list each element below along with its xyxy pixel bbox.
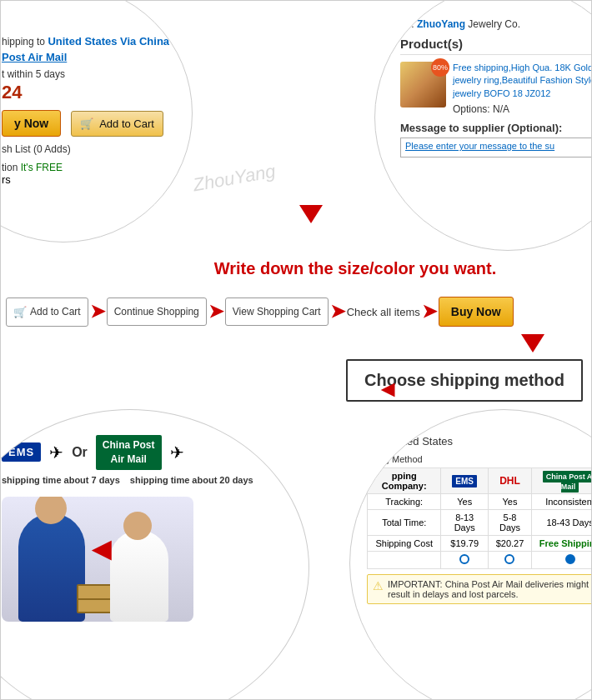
cart-step-icon: 🛒 [13, 306, 27, 318]
view-cart-step[interactable]: View Shopping Cart [225, 298, 329, 326]
buy-now-step[interactable]: Buy Now [439, 297, 514, 327]
seller-info: ier: ZhuoYang Jewelry Co. [400, 18, 592, 30]
ems-radio[interactable] [459, 554, 469, 564]
arrow-left-shipping-icon: ◄ [376, 376, 399, 402]
top-right-circle: ier: ZhuoYang Jewelry Co. Product(s) 80%… [374, 0, 592, 251]
tracking-row: Tracking: Yes Yes Inconsistent [368, 494, 593, 510]
warning-icon: ⚠ [373, 579, 384, 592]
watermark: ZhouYang [192, 161, 278, 197]
shipping-method-header: pping Method [367, 454, 592, 464]
ems-radio-cell[interactable] [441, 552, 488, 569]
china-tracking-cell: Inconsistent [532, 494, 592, 510]
free-protection-row: tion It's FREE [2, 162, 185, 173]
china-post-shipping-time: shipping time about 20 days [130, 475, 253, 485]
ems-badge: EMS [2, 442, 41, 462]
china-post-radio[interactable] [565, 554, 575, 564]
top-left-circle: hipping to United States Via China ▼ Pos… [0, 0, 193, 242]
radio-row [368, 552, 593, 569]
product-image: 80% [400, 62, 446, 108]
dhl-radio-cell[interactable] [488, 552, 531, 569]
arrow-step-1: ➤ [90, 301, 105, 322]
arrow-step-3: ➤ [330, 301, 345, 322]
bottom-left-circle: EMS ✈ Or China Post Air Mail ✈ shipping … [0, 409, 309, 700]
cart-icon: 🛒 [80, 118, 93, 130]
delivery-label: t within 5 days [2, 68, 185, 80]
arrow-down-shipping-icon [521, 334, 544, 352]
ems-plane-icon: ✈ [49, 442, 63, 462]
total-time-row: Total Time: 8-13 Days 5-8 Days 18-43 Day… [368, 510, 593, 536]
shipping-times: shipping time about 7 days shipping time… [2, 475, 277, 485]
ems-cost-cell: $19.79 [441, 536, 488, 552]
company-header: pping Company: [368, 468, 441, 494]
shipping-cost-row: Shipping Cost $19.79 $20.27 Free Shippin… [368, 536, 593, 552]
ems-time-cell: 8-13 Days [441, 510, 488, 536]
options-row: Options: N/A [453, 103, 592, 115]
important-text: IMPORTANT: China Post Air Mail deliverie… [388, 579, 592, 599]
check-all-items: Check all items [347, 306, 420, 318]
ems-tracking-cell: Yes [441, 494, 488, 510]
dhl-header: DHL [488, 468, 531, 494]
shipping-to-label: hipping to United States Via China ▼ [2, 35, 185, 48]
bottom-right-circle: United States pping Method pping Company… [349, 409, 592, 700]
tracking-label-cell: Tracking: [368, 494, 441, 510]
steps-flow-container: 🛒 Add to Cart ➤ Continue Shopping ➤ View… [3, 297, 589, 327]
delivery-woman-figure [110, 530, 168, 622]
shipping-link[interactable]: United States Via China [48, 35, 169, 48]
china-cost-cell: Free Shipping [532, 536, 592, 552]
write-down-note: Write down the size/color you want. [168, 259, 543, 278]
arrow-down-icon [299, 205, 323, 223]
important-notice: ⚠ IMPORTANT: China Post Air Mail deliver… [367, 574, 592, 604]
message-label: Message to supplier (Optional): [400, 122, 592, 134]
message-input[interactable]: Please enter your message to the su [400, 138, 592, 158]
wish-list-label: sh List (0 Adds) [2, 143, 185, 155]
dhl-time-cell: 5-8 Days [488, 510, 531, 536]
or-text: Or [72, 445, 88, 460]
price-display: 24 [2, 82, 185, 103]
post-air-mail-link[interactable]: Post Air Mail [2, 51, 185, 63]
arrow-step-4: ➤ [422, 301, 437, 322]
china-post-plane-icon: ✈ [170, 442, 184, 462]
country-line: United States [367, 435, 592, 448]
delivery-person-illustration: ◄ [2, 497, 193, 622]
protection-detail: rs [2, 173, 185, 186]
product-description: Free shipping,High Qua. 18K Gold Inlay j… [453, 62, 592, 100]
total-time-label-cell: Total Time: [368, 510, 441, 536]
delivery-arrow-icon: ◄ [85, 530, 118, 568]
china-post-badge: China Post Air Mail [96, 435, 162, 470]
add-to-cart-button-top[interactable]: 🛒 Add to Cart [71, 111, 163, 137]
china-radio-cell[interactable] [532, 552, 592, 569]
shipping-cost-label-cell: Shipping Cost [368, 536, 441, 552]
shipping-table: pping Company: EMS DHL China Post Air Ma… [367, 468, 592, 569]
china-post-header: China Post Air Mail [532, 468, 592, 494]
china-time-cell: 18-43 Days [532, 510, 592, 536]
ems-options-row: EMS ✈ Or China Post Air Mail ✈ [2, 435, 277, 470]
add-to-cart-step[interactable]: 🛒 Add to Cart [6, 298, 88, 327]
dhl-tracking-cell: Yes [488, 494, 531, 510]
products-title: Product(s) [400, 37, 592, 55]
continue-shopping-step[interactable]: Continue Shopping [107, 298, 207, 326]
dhl-cost-cell: $20.27 [488, 536, 531, 552]
delivery-man-figure [18, 513, 85, 622]
product-badge: 80% [431, 58, 449, 77]
buy-now-button[interactable]: y Now [2, 110, 61, 137]
dhl-radio[interactable] [504, 554, 514, 564]
ems-header: EMS [441, 468, 488, 494]
ems-shipping-time: shipping time about 7 days [2, 475, 120, 485]
arrow-step-2: ➤ [208, 301, 223, 322]
radio-label-cell [368, 552, 441, 569]
product-row: 80% Free shipping,High Qua. 18K Gold Inl… [400, 62, 592, 115]
us-flag-icon [367, 436, 384, 447]
